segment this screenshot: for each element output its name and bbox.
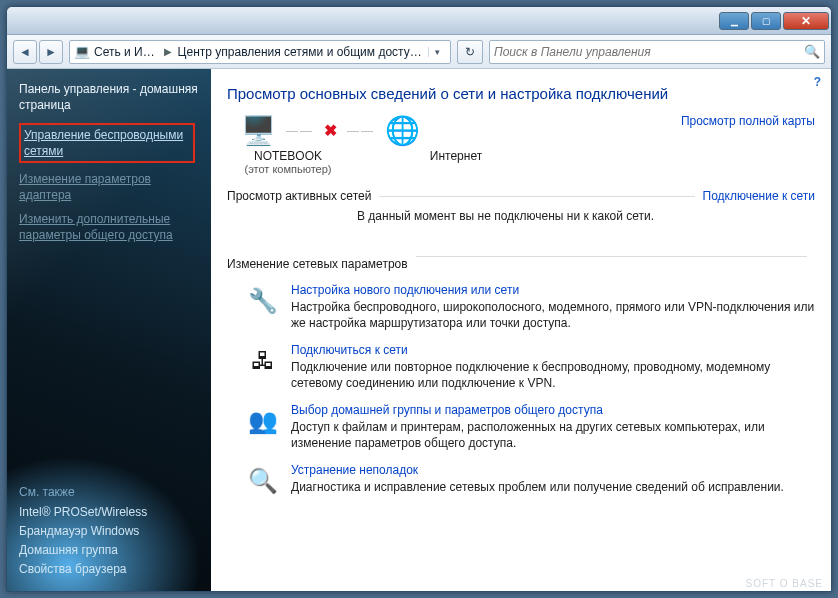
settings-header: Изменение сетевых параметров <box>227 257 408 271</box>
breadcrumb-current[interactable]: Центр управления сетями и общим доступом <box>178 45 425 59</box>
search-icon: 🔍 <box>804 44 820 59</box>
close-button[interactable]: ✕ <box>783 12 829 30</box>
nav-back-button[interactable]: ◄ <box>13 40 37 64</box>
main-content: ? Просмотр основных сведений о сети и на… <box>211 69 831 591</box>
watermark: SOFT O BASE <box>746 578 824 589</box>
refresh-button[interactable]: ↻ <box>457 40 483 64</box>
search-input[interactable] <box>494 45 800 59</box>
active-networks-header: Просмотр активных сетей <box>227 189 371 203</box>
setting-new-connection[interactable]: 🔧 Настройка нового подключения или сети … <box>227 283 815 331</box>
see-also-firewall[interactable]: Брандмауэр Windows <box>19 524 199 538</box>
setting-link[interactable]: Настройка нового подключения или сети <box>291 283 815 297</box>
new-connection-icon: 🔧 <box>247 285 279 317</box>
breadcrumb-root[interactable]: Сеть и Ин... <box>94 45 158 59</box>
setting-desc: Настройка беспроводного, широкополосного… <box>291 299 815 331</box>
no-network-text: В данный момент вы не подключены ни к ка… <box>357 209 815 223</box>
see-also-browser[interactable]: Свойства браузера <box>19 562 199 576</box>
connect-to-network-link[interactable]: Подключение к сети <box>703 189 815 203</box>
sidebar-link-sharing[interactable]: Изменить дополнительные параметры общего… <box>19 211 199 243</box>
sidebar-link-adapter[interactable]: Изменение параметров адаптера <box>19 171 199 203</box>
disconnected-icon: ✖ <box>324 121 337 140</box>
globe-icon: 🌐 <box>385 114 420 147</box>
titlebar: ▁ ▢ ✕ <box>7 7 831 35</box>
homegroup-icon: 👥 <box>247 405 279 437</box>
setting-desc: Подключение или повторное подключение к … <box>291 359 815 391</box>
help-icon[interactable]: ? <box>814 75 821 89</box>
sidebar: Панель управления - домашняя страница Уп… <box>7 69 211 591</box>
minimize-button[interactable]: ▁ <box>719 12 749 30</box>
chevron-right-icon: ▶ <box>162 46 174 57</box>
view-full-map-link[interactable]: Просмотр полной карты <box>681 114 815 128</box>
setting-desc: Диагностика и исправление сетевых пробле… <box>291 479 815 495</box>
setting-link[interactable]: Устранение неполадок <box>291 463 815 477</box>
setting-homegroup[interactable]: 👥 Выбор домашней группы и параметров общ… <box>227 403 815 451</box>
address-bar[interactable]: 💻 Сеть и Ин... ▶ Центр управления сетями… <box>69 40 451 64</box>
setting-connect[interactable]: 🖧 Подключиться к сети Подключение или по… <box>227 343 815 391</box>
navbar: ◄ ► 💻 Сеть и Ин... ▶ Центр управления се… <box>7 35 831 69</box>
computer-icon: 🖥️ <box>241 114 276 147</box>
troubleshoot-icon: 🔍 <box>247 465 279 497</box>
sidebar-link-wireless[interactable]: Управление беспроводными сетями <box>19 123 195 163</box>
setting-link[interactable]: Выбор домашней группы и параметров общег… <box>291 403 815 417</box>
internet-label: Интернет <box>401 149 511 175</box>
setting-troubleshoot[interactable]: 🔍 Устранение неполадок Диагностика и исп… <box>227 463 815 497</box>
see-also-header: См. также <box>19 485 199 499</box>
page-title: Просмотр основных сведений о сети и наст… <box>227 85 815 102</box>
computer-name: NOTEBOOK <box>233 149 343 163</box>
search-box[interactable]: 🔍 <box>489 40 825 64</box>
connection-line: —— <box>286 124 314 138</box>
setting-desc: Доступ к файлам и принтерам, расположенн… <box>291 419 815 451</box>
sidebar-home-link[interactable]: Панель управления - домашняя страница <box>19 81 199 113</box>
network-icon: 💻 <box>74 44 90 59</box>
computer-sub: (этот компьютер) <box>233 163 343 175</box>
see-also-proset[interactable]: Intel® PROSet/Wireless <box>19 505 199 519</box>
connect-icon: 🖧 <box>247 345 279 377</box>
maximize-button[interactable]: ▢ <box>751 12 781 30</box>
setting-link[interactable]: Подключиться к сети <box>291 343 815 357</box>
see-also-homegroup[interactable]: Домашняя группа <box>19 543 199 557</box>
address-dropdown[interactable]: ▾ <box>428 47 446 57</box>
connection-line: —— <box>347 124 375 138</box>
nav-forward-button[interactable]: ► <box>39 40 63 64</box>
control-panel-window: ▁ ▢ ✕ ◄ ► 💻 Сеть и Ин... ▶ Центр управле… <box>6 6 832 592</box>
